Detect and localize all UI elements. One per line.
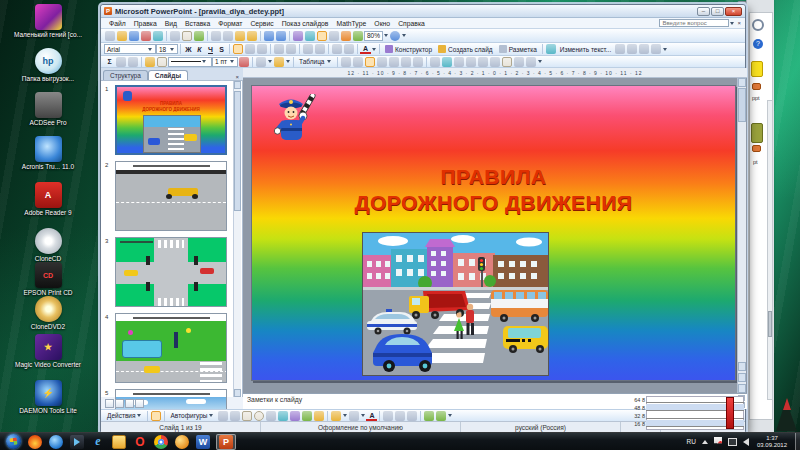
font-name-select[interactable]: Arial: [104, 44, 156, 54]
design-button[interactable]: Конструктор: [382, 44, 435, 55]
font-color-icon[interactable]: А: [360, 44, 371, 54]
taskbar-people-app-icon[interactable]: [175, 435, 189, 449]
redo-icon[interactable]: [276, 31, 286, 41]
bullets-icon[interactable]: [286, 44, 296, 54]
decrease-indent-icon[interactable]: [332, 44, 342, 54]
menu-help[interactable]: Справка: [394, 20, 429, 27]
table-menu-button[interactable]: Таблица: [296, 56, 335, 67]
tab-outline[interactable]: Структура: [103, 70, 148, 80]
minimize-button[interactable]: –: [697, 7, 710, 16]
question-input[interactable]: [659, 19, 729, 27]
fill-color-icon[interactable]: [331, 411, 341, 421]
slide-thumbnail-1[interactable]: ПРАВИЛА ДОРОЖНОГО ДВИЖЕНИЯ: [115, 85, 227, 155]
desktop-icon-acronis[interactable]: Acronis Tru... 11.0: [4, 136, 92, 170]
print-preview-icon[interactable]: [182, 31, 192, 41]
expand-all-icon[interactable]: [353, 31, 363, 41]
taskbar-powerpoint-icon[interactable]: P: [219, 435, 233, 449]
zoom-select[interactable]: 80%: [364, 31, 383, 41]
toolbar-options-icon[interactable]: [663, 48, 667, 51]
taskbar-chrome-icon[interactable]: [154, 435, 168, 449]
taskbar-internet-explorer-icon[interactable]: e: [91, 435, 105, 449]
menu-tools[interactable]: Сервис: [246, 20, 277, 27]
show-formatting-icon[interactable]: [317, 31, 327, 41]
increase-font-icon[interactable]: [303, 44, 313, 54]
panel-scrollbar[interactable]: [233, 81, 241, 397]
tab-slides[interactable]: Слайды: [148, 70, 188, 80]
chevron-down-icon[interactable]: [384, 34, 388, 37]
draw-table-pencil-icon[interactable]: [145, 57, 155, 67]
question-close-icon[interactable]: ×: [737, 20, 741, 26]
clipart-icon[interactable]: [302, 411, 312, 421]
wordart-format-icon[interactable]: [627, 44, 637, 54]
outside-borders-icon[interactable]: [256, 57, 266, 67]
menu-format[interactable]: Формат: [214, 20, 246, 27]
format-painter-icon[interactable]: [247, 31, 257, 41]
increase-indent-icon[interactable]: [344, 44, 354, 54]
center-vertically-icon[interactable]: [377, 57, 387, 67]
dash-style-icon[interactable]: [395, 411, 405, 421]
align-center-icon[interactable]: [245, 44, 255, 54]
file-orange-icon[interactable]: [752, 145, 761, 152]
scrollbar-thumb[interactable]: [738, 88, 746, 122]
spelling-icon[interactable]: [194, 31, 204, 41]
menu-view[interactable]: Вид: [161, 20, 181, 27]
desktop-icon-acdsee[interactable]: ACDSee Pro: [4, 92, 92, 126]
scroll-up-icon[interactable]: [738, 78, 746, 87]
cut-icon[interactable]: [211, 31, 221, 41]
toolbar-options-icon[interactable]: [538, 60, 542, 63]
file-olive-icon[interactable]: [751, 123, 763, 143]
desktop-icon-epson-printcd[interactable]: CD EPSON Print CD: [4, 262, 92, 296]
slide-sorter-button[interactable]: [115, 399, 124, 408]
desktop-icon-clonedvd[interactable]: CloneDVD2: [4, 296, 92, 330]
pane-close-icon[interactable]: ×: [233, 74, 241, 80]
volume-icon[interactable]: [743, 438, 749, 446]
desktop-icon-magic-video[interactable]: ★ Magic Video Converter: [4, 334, 92, 368]
oval-icon[interactable]: [254, 411, 264, 421]
delete-columns-icon[interactable]: [466, 57, 476, 67]
menu-edit[interactable]: Правка: [130, 20, 161, 27]
wordart-shape-icon[interactable]: [639, 44, 649, 54]
sort-descending-icon[interactable]: [526, 57, 536, 67]
italic-button[interactable]: К: [194, 44, 205, 55]
actions-menu-button[interactable]: Действия: [104, 410, 145, 421]
slideshow-button[interactable]: [125, 399, 134, 408]
mathtype-inline-icon[interactable]: [116, 57, 126, 67]
street-scene-image[interactable]: [362, 232, 549, 376]
insert-wordart-icon[interactable]: [546, 44, 556, 54]
previous-slide-icon[interactable]: [738, 362, 746, 371]
3d-style-icon[interactable]: [436, 411, 446, 421]
insert-chart-icon[interactable]: [293, 31, 303, 41]
desktop-icon-clonecd[interactable]: CloneCD: [4, 228, 92, 262]
split-cells-icon[interactable]: [353, 57, 363, 67]
show-grid-icon[interactable]: [329, 31, 339, 41]
diagram-icon[interactable]: [290, 411, 300, 421]
menu-slideshow[interactable]: Показ слайдов: [278, 20, 333, 27]
menu-insert[interactable]: Вставка: [181, 20, 214, 27]
border-color-icon[interactable]: [239, 57, 249, 67]
underline-button[interactable]: Ч: [205, 44, 216, 55]
color-grayscale-icon[interactable]: [341, 31, 351, 41]
print-icon[interactable]: [170, 31, 180, 41]
toolbar-options-icon[interactable]: [448, 414, 452, 417]
slide-canvas[interactable]: ПРАВИЛА ДОРОЖНОГО ДВИЖЕНИЯ: [251, 85, 736, 381]
wordart-edit-text-button[interactable]: Изменить текст...: [557, 44, 615, 55]
decrease-font-icon[interactable]: [315, 44, 325, 54]
insert-columns-icon[interactable]: [442, 57, 452, 67]
action-center-icon[interactable]: [714, 437, 722, 446]
scroll-down-icon[interactable]: [738, 384, 746, 393]
table-autoformat-icon[interactable]: [490, 57, 500, 67]
undo-icon[interactable]: [264, 31, 274, 41]
language-indicator[interactable]: RU: [687, 438, 696, 445]
taskbar-word-icon[interactable]: W: [196, 435, 210, 449]
scrollbar-thumb[interactable]: [234, 91, 241, 211]
shadow-style-icon[interactable]: [424, 411, 434, 421]
change-text-direction-icon[interactable]: [502, 57, 512, 67]
taskbar-opera-icon[interactable]: O: [133, 435, 147, 449]
font-size-select[interactable]: 18: [156, 44, 178, 54]
save-icon[interactable]: [129, 31, 139, 41]
menu-mathtype[interactable]: MathType: [332, 20, 370, 27]
line-weight-select[interactable]: 1 пт: [212, 57, 238, 67]
numbering-icon[interactable]: [274, 44, 284, 54]
slide-thumbnail-2[interactable]: [115, 161, 227, 231]
main-scrollbar[interactable]: [737, 78, 746, 393]
